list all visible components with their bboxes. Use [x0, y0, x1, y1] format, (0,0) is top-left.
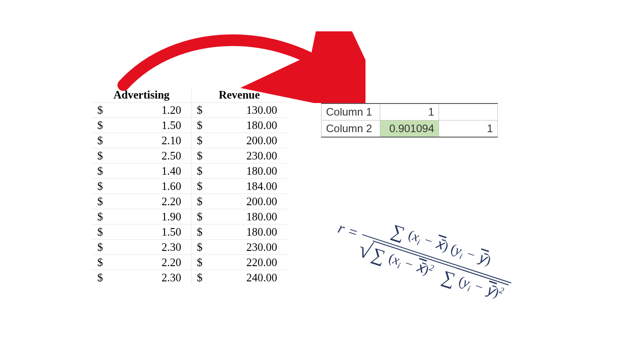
currency-symbol: $ — [92, 209, 108, 224]
corr-row2-c2: 1 — [439, 121, 498, 138]
revenue-value: 230.00 — [208, 148, 287, 164]
advertising-value: 1.50 — [108, 118, 191, 133]
currency-symbol: $ — [191, 133, 208, 148]
revenue-value: 130.00 — [208, 103, 287, 118]
advertising-value: 1.50 — [108, 224, 191, 240]
advertising-value: 2.20 — [108, 194, 191, 209]
currency-symbol: $ — [191, 103, 208, 118]
advertising-value: 2.10 — [108, 133, 191, 148]
revenue-value: 200.00 — [208, 133, 287, 148]
currency-symbol: $ — [92, 194, 108, 209]
advertising-value: 2.50 — [108, 148, 191, 164]
table-row: $2.20$220.00 — [92, 255, 287, 270]
table-row: $2.50$230.00 — [92, 148, 287, 164]
currency-symbol: $ — [92, 270, 108, 285]
currency-symbol: $ — [92, 118, 108, 133]
table-row: $1.20$130.00 — [92, 103, 287, 118]
data-table-header-advertising: Advertising — [92, 87, 191, 103]
revenue-value: 240.00 — [208, 270, 287, 285]
table-row: $1.90$180.00 — [92, 209, 287, 224]
revenue-value: 184.00 — [208, 179, 287, 194]
currency-symbol: $ — [92, 255, 108, 270]
corr-row1-label: Column 1 — [322, 103, 380, 121]
currency-symbol: $ — [191, 148, 208, 164]
advertising-value: 2.30 — [108, 240, 191, 255]
table-row: $1.60$184.00 — [92, 179, 287, 194]
currency-symbol: $ — [191, 224, 208, 240]
revenue-value: 180.00 — [208, 164, 287, 179]
table-row: $2.30$240.00 — [92, 270, 287, 285]
advertising-value: 1.60 — [108, 179, 191, 194]
revenue-value: 180.00 — [208, 118, 287, 133]
table-row: $1.50$180.00 — [92, 118, 287, 133]
correlation-formula: r = ∑ (xi − x̄) (yi − ȳ) √ ∑ (xi − x̄)2 … — [285, 188, 565, 323]
table-row: $1.50$180.00 — [92, 224, 287, 240]
advertising-value: 1.40 — [108, 164, 191, 179]
corr-row1-c1: 1 — [380, 103, 439, 121]
currency-symbol: $ — [92, 240, 108, 255]
currency-symbol: $ — [191, 179, 208, 194]
table-row: $2.20$200.00 — [92, 194, 287, 209]
corr-row1-c2 — [439, 103, 498, 121]
currency-symbol: $ — [92, 133, 108, 148]
revenue-value: 180.00 — [208, 224, 287, 240]
sum-icon: ∑ — [388, 220, 409, 244]
revenue-value: 180.00 — [208, 209, 287, 224]
currency-symbol: $ — [92, 103, 108, 118]
sum-icon: ∑ — [439, 266, 459, 290]
data-table-header-revenue: Revenue — [191, 87, 287, 103]
revenue-value: 220.00 — [208, 255, 287, 270]
revenue-value: 200.00 — [208, 194, 287, 209]
currency-symbol: $ — [191, 240, 208, 255]
advertising-value: 1.20 — [108, 103, 191, 118]
currency-symbol: $ — [92, 164, 108, 179]
currency-symbol: $ — [92, 179, 108, 194]
currency-symbol: $ — [191, 255, 208, 270]
corr-row2-c1: 0.901094 — [380, 121, 439, 138]
data-table: Advertising Revenue $1.20$130.00$1.50$18… — [92, 87, 287, 285]
currency-symbol: $ — [92, 224, 108, 240]
currency-symbol: $ — [191, 194, 208, 209]
table-row: $1.40$180.00 — [92, 164, 287, 179]
currency-symbol: $ — [191, 118, 208, 133]
currency-symbol: $ — [191, 209, 208, 224]
currency-symbol: $ — [191, 164, 208, 179]
currency-symbol: $ — [191, 270, 208, 285]
corr-row2-label: Column 2 — [322, 121, 380, 138]
advertising-value: 2.30 — [108, 270, 191, 285]
table-row: $2.30$230.00 — [92, 240, 287, 255]
advertising-value: 2.20 — [108, 255, 191, 270]
correlation-matrix: Column 1 1 Column 2 0.901094 1 — [321, 103, 498, 138]
table-row: $2.10$200.00 — [92, 133, 287, 148]
advertising-value: 1.90 — [108, 209, 191, 224]
revenue-value: 230.00 — [208, 240, 287, 255]
currency-symbol: $ — [92, 148, 108, 164]
